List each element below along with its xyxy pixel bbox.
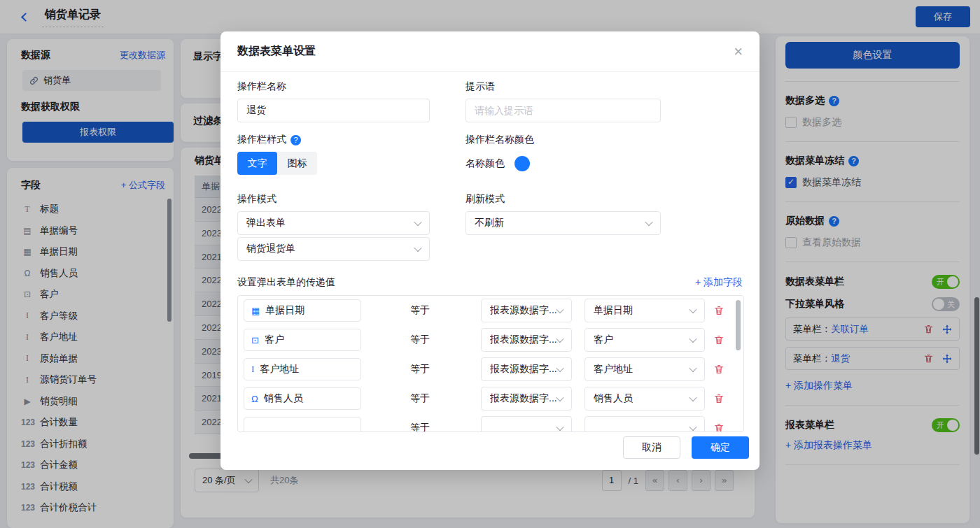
field-chip[interactable]: ⊡ 客户 [244,329,361,351]
style-tabs: 文字 图标 [237,152,317,175]
pass-value-row: Ω 销售人员 等于 报表源数据字... 销售人员 [238,384,743,413]
refresh-select-value: 不刷新 [475,217,504,229]
mode-form-select[interactable]: 销货退货单 [237,237,430,261]
mode-select[interactable]: 弹出表单 [237,211,430,235]
refresh-label: 刷新模式 [465,193,661,206]
field-type-icon: I [251,364,254,375]
operator-label: 等于 [410,304,430,317]
field-chip[interactable]: Ω 销售人员 [244,387,361,410]
field-chip-label: 客户 [265,334,284,346]
source-select-value: 报表源数据字... [490,334,557,346]
field-chip-label: 客户地址 [260,363,299,376]
chevron-down-icon [689,306,696,313]
operator-label: 等于 [410,422,430,432]
value-select-value: 客户地址 [594,363,633,376]
value-select-value: 单据日期 [594,304,633,317]
operator-label: 等于 [410,363,430,376]
pass-values-scrollbar[interactable] [736,300,741,350]
source-select[interactable] [481,416,572,432]
chevron-down-icon [556,335,564,343]
value-select[interactable]: 客户 [584,328,705,352]
tip-label: 提示语 [465,80,661,93]
value-select[interactable]: 销售人员 [584,387,705,411]
field-type-icon: ▦ [251,306,260,316]
mode-label: 操作模式 [237,193,430,206]
action-name-input[interactable] [237,99,430,122]
help-icon[interactable] [290,135,301,145]
field-type-icon: Ω [251,394,258,404]
style-label: 操作栏样式 [237,134,286,146]
value-select-value: 客户 [594,334,613,346]
source-select[interactable]: 报表源数据字... [481,328,572,352]
source-select[interactable]: 报表源数据字... [481,299,572,322]
trash-icon [713,422,724,432]
mode-form-select-value: 销货退货单 [246,243,295,255]
chevron-down-icon [689,423,696,431]
delete-row-button[interactable] [713,334,724,345]
add-field-link[interactable]: + 添加字段 [695,276,743,289]
chevron-down-icon [414,218,421,226]
app-root: 销货单记录 保存 数据源 更改数据源 销货单 数据获取权限 报表权限 字段 + … [0,0,980,528]
delete-row-button[interactable] [713,305,724,316]
value-select[interactable] [584,416,705,432]
action-name-label: 操作栏名称 [237,80,430,93]
cancel-button[interactable]: 取消 [623,436,680,459]
operator-label: 等于 [410,392,430,405]
chevron-down-icon [556,394,564,401]
value-select[interactable]: 客户地址 [584,357,705,381]
pass-values-title: 设置弹出表单的传递值 [237,276,335,289]
style-tab[interactable]: 图标 [277,152,317,175]
table-menu-settings-modal: 数据表菜单设置 × 操作栏名称 提示语 操作栏样式 文字 [220,31,760,470]
source-select-value: 报表源数据字... [490,363,557,376]
trash-icon [713,334,724,345]
trash-icon [713,305,724,316]
delete-row-button[interactable] [713,364,724,375]
chevron-down-icon [645,218,652,226]
pass-value-row: ⊡ 客户 等于 报表源数据字... 客户 [238,325,743,355]
name-color-label: 名称颜色 [465,157,505,170]
source-select[interactable]: 报表源数据字... [481,357,572,381]
refresh-select[interactable]: 不刷新 [465,211,661,235]
chevron-down-icon [556,423,564,431]
chevron-down-icon [689,364,696,372]
source-select[interactable]: 报表源数据字... [481,387,572,411]
field-chip[interactable]: I 客户地址 [244,358,361,380]
source-select-value: 报表源数据字... [490,304,557,317]
delete-row-button[interactable] [713,393,724,404]
chevron-down-icon [414,244,421,252]
pass-value-row: ▦ 单据日期 等于 报表源数据字... 单据日期 [238,296,743,325]
value-select-value: 销售人员 [594,392,633,405]
color-label: 操作栏名称颜色 [465,134,661,146]
chevron-down-icon [556,306,564,313]
field-chip[interactable]: ▦ 单据日期 [244,299,361,322]
chevron-down-icon [689,335,696,343]
style-tab[interactable]: 文字 [237,152,277,175]
pass-value-row: 等于 [238,413,743,432]
source-select-value: 报表源数据字... [490,392,557,405]
field-chip-label: 单据日期 [265,304,304,317]
field-type-icon: ⊡ [251,335,259,345]
operator-label: 等于 [410,334,430,346]
color-swatch[interactable] [514,156,530,171]
field-chip[interactable] [244,417,361,432]
value-select[interactable]: 单据日期 [584,299,705,322]
field-chip-label: 销售人员 [264,392,303,405]
modal-title: 数据表菜单设置 [237,44,316,59]
mode-select-value: 弹出表单 [246,217,286,229]
trash-icon [713,393,724,404]
pass-values-list: ▦ 单据日期 等于 报表源数据字... 单据日期 [237,295,744,432]
close-icon[interactable]: × [734,44,743,59]
delete-row-button[interactable] [713,422,724,432]
tip-input[interactable] [465,99,661,122]
chevron-down-icon [556,364,564,372]
pass-value-row: I 客户地址 等于 报表源数据字... 客户地址 [238,355,743,384]
trash-icon [713,364,724,375]
chevron-down-icon [689,394,696,401]
confirm-button[interactable]: 确定 [692,436,749,459]
